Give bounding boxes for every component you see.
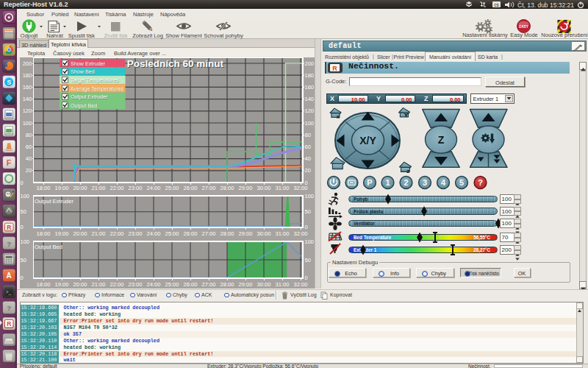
svg-text:50: 50 (305, 257, 311, 263)
svg-text:Y: Y (404, 112, 409, 118)
svg-text:100: 100 (23, 120, 32, 127)
svg-text:24:00: 24:00 (147, 230, 161, 237)
svg-text:26:00: 26:00 (184, 185, 198, 191)
svg-text:200: 200 (305, 60, 315, 67)
svg-text:0: 0 (21, 180, 24, 186)
svg-text:160: 160 (305, 84, 315, 91)
svg-text:26:00: 26:00 (184, 281, 198, 288)
svg-text:100: 100 (305, 193, 315, 199)
svg-text:30:00: 30:00 (257, 281, 271, 288)
svg-text:80: 80 (305, 132, 311, 138)
svg-text:160: 160 (23, 84, 32, 91)
svg-text:Nahrát: Nahrát (46, 32, 63, 39)
svg-text:28:00: 28:00 (220, 230, 234, 237)
svg-text:Output Extruder: Output Extruder (71, 93, 108, 100)
svg-text:22:00: 22:00 (110, 281, 124, 288)
svg-text:31:00: 31:00 (276, 281, 290, 288)
svg-text:27:00: 27:00 (202, 185, 216, 191)
svg-text:Easy Mode: Easy Mode (510, 32, 538, 38)
svg-text:32:00: 32:00 (294, 281, 308, 288)
svg-text:29:00: 29:00 (239, 185, 253, 191)
svg-text:32:00: 32:00 (294, 185, 308, 191)
svg-text:140: 140 (23, 96, 32, 102)
svg-text:19:00: 19:00 (55, 230, 69, 237)
svg-text:Show Extruder: Show Extruder (71, 60, 106, 67)
svg-text:25:00: 25:00 (165, 230, 179, 237)
svg-text:31:00: 31:00 (276, 185, 290, 191)
svg-text:30:00: 30:00 (257, 230, 271, 237)
svg-text:29:00: 29:00 (239, 230, 253, 237)
svg-text:120: 120 (23, 107, 32, 114)
svg-text:25:00: 25:00 (165, 185, 179, 191)
svg-text:28:00: 28:00 (220, 281, 234, 288)
svg-text:Spustit tisk: Spustit tisk (68, 32, 96, 39)
svg-text:0: 0 (21, 224, 24, 230)
svg-text:40: 40 (26, 155, 32, 162)
svg-text:21:00: 21:00 (92, 230, 106, 237)
svg-text:27:00: 27:00 (202, 281, 216, 288)
svg-text:60: 60 (26, 144, 32, 150)
svg-text:cs: cs (494, 2, 499, 7)
svg-text:140: 140 (305, 96, 315, 102)
svg-text:18:00: 18:00 (37, 185, 51, 191)
svg-text:EASY: EASY (519, 25, 528, 29)
svg-text:25:00: 25:00 (165, 281, 179, 288)
svg-text:?: ? (478, 178, 483, 187)
svg-text:Target Temperatures: Target Temperatures (71, 77, 119, 83)
svg-text:Output Extruder: Output Extruder (35, 198, 74, 205)
svg-text:Schovat pohyby: Schovat pohyby (204, 32, 243, 39)
svg-text:Zobrazit Log: Zobrazit Log (132, 32, 163, 39)
svg-text:27:00: 27:00 (202, 230, 216, 237)
svg-text:Z: Z (438, 134, 445, 146)
svg-text:50: 50 (21, 208, 26, 215)
svg-text:3: 3 (423, 178, 427, 187)
svg-text:Output Bed: Output Bed (35, 244, 62, 250)
svg-text:2: 2 (404, 178, 408, 187)
svg-text:23:00: 23:00 (129, 230, 143, 237)
svg-text:Nastavení tiskárny: Nastavení tiskárny (462, 32, 508, 38)
svg-text:5: 5 (459, 178, 464, 187)
svg-text:80: 80 (26, 132, 32, 138)
svg-text:20: 20 (305, 167, 311, 174)
svg-text:40: 40 (305, 155, 311, 162)
svg-text:20:00: 20:00 (74, 230, 87, 237)
svg-text:R: R (332, 64, 337, 71)
svg-text:26:00: 26:00 (184, 230, 198, 237)
svg-text:120: 120 (305, 107, 315, 114)
svg-text:20:00: 20:00 (74, 281, 87, 288)
svg-text:24:00: 24:00 (147, 185, 161, 191)
svg-text:29:00: 29:00 (239, 281, 253, 288)
svg-text:18:00: 18:00 (37, 230, 51, 237)
svg-text:60: 60 (305, 144, 311, 150)
svg-text:100: 100 (305, 238, 315, 245)
svg-text:4: 4 (441, 178, 446, 187)
svg-text:180: 180 (23, 72, 32, 79)
svg-text:32:00: 32:00 (294, 230, 308, 237)
svg-text:P: P (367, 178, 372, 187)
svg-text:Show Bed: Show Bed (71, 68, 95, 75)
svg-text:20:00: 20:00 (74, 185, 87, 191)
svg-text:21:00: 21:00 (92, 185, 106, 191)
svg-text:31:00: 31:00 (276, 230, 290, 237)
svg-text:180: 180 (305, 72, 315, 79)
svg-text:X/Y: X/Y (359, 135, 376, 146)
svg-text:Show Filament: Show Filament (165, 32, 203, 39)
svg-text:Output Bed: Output Bed (71, 102, 97, 109)
svg-text:22:00: 22:00 (110, 230, 124, 237)
svg-text:Zrušit tisk: Zrušit tisk (104, 32, 127, 39)
svg-text:20: 20 (26, 167, 32, 174)
svg-text:Odpojit: Odpojit (21, 32, 39, 39)
svg-text:1: 1 (385, 178, 390, 187)
svg-text:28:00: 28:00 (220, 185, 234, 191)
svg-text:Average Temperatures: Average Temperatures (71, 85, 124, 92)
svg-text:0: 0 (21, 275, 24, 281)
svg-text:Nouzové přerušení: Nouzové přerušení (541, 32, 588, 38)
svg-text:100: 100 (305, 120, 315, 127)
svg-text:z: z (406, 168, 409, 174)
svg-text:Posledních 60 minut: Posledních 60 minut (127, 58, 224, 69)
svg-text:30:00: 30:00 (257, 185, 271, 191)
svg-text:18:00: 18:00 (37, 281, 51, 288)
svg-text:100: 100 (21, 193, 30, 199)
svg-text:100: 100 (21, 238, 30, 245)
svg-text:50: 50 (21, 257, 26, 263)
